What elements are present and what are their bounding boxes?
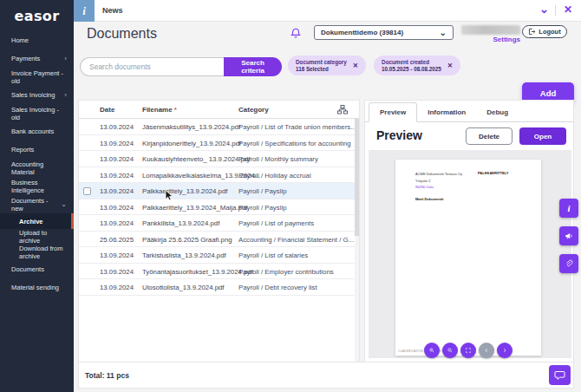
info-icon: i [567, 203, 570, 213]
cell-category: Payroll / Specifications for accounting [238, 140, 351, 147]
previous-page-button[interactable] [479, 343, 494, 358]
sidebar-item-label: Sales Invoicing [11, 91, 55, 99]
sidebar-item[interactable]: Sales Invoicing › [0, 86, 74, 104]
tab[interactable]: Information [417, 103, 476, 121]
filter-chip-title: Document created [382, 59, 441, 66]
filter-chip[interactable]: Document category 116 Selected ✕ [288, 56, 366, 75]
column-header-category[interactable]: Category [238, 106, 269, 114]
next-page-button[interactable] [497, 343, 512, 358]
info-rail-button[interactable]: i [559, 199, 578, 218]
row-checkbox[interactable] [83, 187, 91, 195]
sidebar-item-label: Upload to archive [19, 229, 67, 245]
category-tree-icon[interactable] [337, 105, 348, 116]
table-row[interactable]: 13.09.2024 Jäsenmaksutilitys_13.9.2024.p… [79, 119, 359, 135]
sidebar-item[interactable]: Payments › [0, 49, 74, 68]
filter-chip[interactable]: Document created 10.05.2025 - 08.08.2025… [374, 56, 460, 75]
table-row[interactable]: 13.09.2024 Pankkilista_13.9.2024.pdf Pay… [79, 215, 359, 232]
table-row[interactable]: 13.09.2024 Kuukausiyhteenveto_ 13.9.2024… [79, 151, 359, 167]
company-select[interactable]: Dokumenttidemo (39814) ⌄ [314, 25, 454, 40]
tab[interactable]: Debug [476, 103, 519, 121]
attachment-rail-button[interactable] [559, 254, 578, 273]
sidebar-item[interactable]: Upload to archive [0, 229, 74, 245]
cell-date: 25.06.2025 [100, 236, 134, 244]
sidebar-item[interactable]: Archive [0, 213, 74, 229]
fit-screen-button[interactable] [460, 343, 476, 358]
chevron-icon: › [64, 92, 67, 99]
delete-button[interactable]: Delete [466, 127, 512, 145]
open-button[interactable]: Open [519, 127, 566, 145]
column-header-filename[interactable]: Filename* [142, 106, 177, 114]
app-logo: easor [0, 8, 74, 24]
table-row[interactable]: 13.09.2024 Palkkaerittely_13.9.2024_Maij… [79, 199, 359, 216]
cell-category: Payroll / Holiday accrual [238, 172, 311, 180]
close-icon[interactable]: ✕ [564, 4, 572, 15]
sidebar-item[interactable]: Documents [0, 260, 74, 278]
table-header: Date Filename* Category [79, 101, 359, 119]
cell-date: 13.09.2024 [100, 155, 134, 163]
sort-indicator: * [174, 106, 177, 114]
feedback-rail-button[interactable] [559, 226, 578, 245]
filter-chip-text: Document created 10.05.2025 - 08.08.2025 [382, 59, 441, 73]
sidebar-item[interactable]: Download from archive [0, 245, 74, 260]
tab[interactable]: Preview [369, 102, 417, 122]
table-row[interactable]: 13.09.2024 Tarkistuslista_13.9.2024.pdf … [79, 247, 359, 264]
sidebar-item-label: Invoice Payment - old [11, 69, 67, 85]
notifications-bell-icon[interactable] [290, 27, 301, 38]
sidebar-item[interactable]: Bank accounts [0, 122, 74, 140]
info-icon[interactable]: i [74, 0, 95, 22]
filter-chip-text: Document category 116 Selected [296, 59, 347, 73]
zoom-in-button[interactable] [424, 343, 440, 358]
sidebar-item[interactable]: Home [0, 31, 74, 49]
preview-controls [424, 343, 512, 358]
cell-filename: Palkkaerittely_13.9.2024.pdf [142, 187, 227, 195]
table-row[interactable]: 13.09.2024 Ulosottolista_13.9.2024.pdf P… [79, 279, 359, 296]
table-row[interactable]: 13.09.2024 Lomapalkkavelkalaskelma_13.9.… [79, 167, 359, 184]
table-row[interactable]: 13.09.2024 Palkkaerittely_13.9.2024.pdf … [79, 183, 359, 199]
cell-date: 13.09.2024 [100, 219, 134, 227]
table-row[interactable]: 13.09.2024 Työnantajasuoritukset_13.9.20… [79, 264, 359, 280]
logout-button[interactable]: Logout [522, 25, 567, 38]
chevron-down-icon[interactable]: ⌄ [539, 3, 549, 15]
news-bar: i News ⌄ ✕ [74, 0, 581, 22]
zoom-out-button[interactable] [442, 343, 458, 358]
table-row[interactable]: 25.06.2025 Pääkirja 25.6.2025 Graafi.png… [79, 232, 359, 248]
sidebar-item[interactable]: Accounting Material [0, 159, 74, 177]
column-header-date[interactable]: Date [100, 106, 114, 114]
settings-link[interactable]: Settings [464, 36, 520, 43]
cell-date: 13.09.2024 [100, 204, 134, 212]
megaphone-icon [565, 231, 573, 241]
document-page: ACME Dokumentti Testaus Oy Yritystie 2 9… [395, 160, 541, 356]
sidebar-item[interactable]: Material sending [0, 278, 74, 297]
remove-filter-icon[interactable]: ✕ [447, 62, 453, 69]
table-scrollbar[interactable] [355, 119, 359, 362]
page-title: Documents [87, 26, 157, 42]
sidebar-item[interactable]: Invoice Payment - old [0, 68, 74, 86]
scrollbar-thumb[interactable] [355, 119, 359, 236]
sidebar-item[interactable]: Documents - new ⌄ [0, 195, 74, 213]
cell-category: Accounting / Financial Statement / G... [238, 236, 354, 244]
logout-arrow-icon [528, 28, 536, 36]
search-input[interactable] [80, 57, 224, 76]
sidebar-item[interactable]: Business Intelligence [0, 177, 74, 195]
sidebar-item-label: Download from archive [19, 245, 67, 260]
sidebar: easor Home Payments › Invoice Payment - … [0, 0, 74, 392]
preview-panel: Preview Information Debug Preview Delete… [364, 100, 574, 362]
search-criteria-button[interactable]: Search criteria [224, 57, 282, 76]
sidebar-item-label: Sales Invoicing - old [11, 106, 67, 121]
sidebar-item-label: Archive [19, 218, 43, 225]
company-select-value: Dokumenttidemo (39814) [321, 29, 403, 36]
chat-button[interactable] [549, 365, 571, 385]
cell-filename: Työnantajasuoritukset_13.9.2024.pdf [142, 268, 253, 276]
cell-date: 13.09.2024 [100, 252, 134, 259]
table-row[interactable]: 13.09.2024 Kirjanpidonerittely_13.9.2024… [79, 135, 359, 152]
sidebar-item-label: Material sending [11, 284, 59, 291]
filter-chip-value: 116 Selected [296, 66, 347, 73]
document-city: 90230 Oulu [415, 184, 462, 191]
redacted-username [461, 25, 520, 35]
chevron-down-icon: ⌄ [440, 29, 447, 37]
remove-filter-icon[interactable]: ✕ [353, 62, 358, 69]
sidebar-item[interactable]: Sales Invoicing - old [0, 104, 74, 122]
total-count: Total: 11 pcs [85, 371, 129, 380]
sidebar-item[interactable]: Reports [0, 140, 74, 159]
magnifier-minus-icon [447, 346, 453, 355]
